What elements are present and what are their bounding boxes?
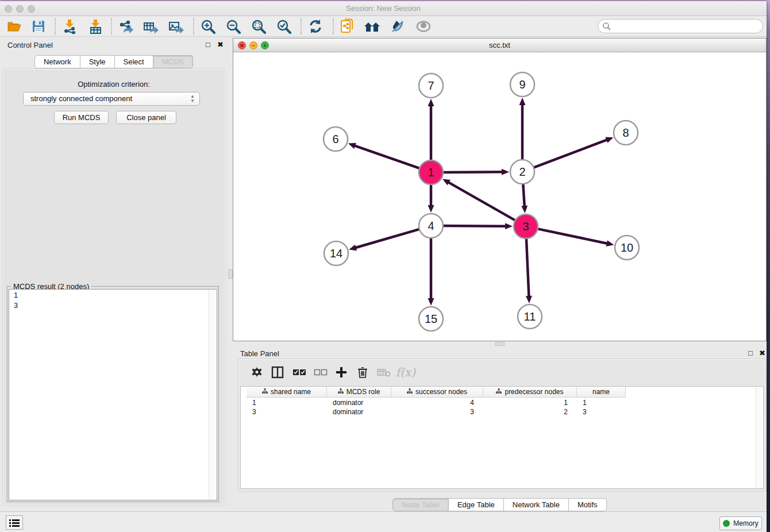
- control-panel-title: Control Panel: [7, 41, 53, 49]
- edge-3-10[interactable]: [537, 229, 609, 244]
- edge-3-11[interactable]: [526, 237, 529, 298]
- edge-2-8[interactable]: [533, 140, 608, 168]
- close-panel-icon[interactable]: ✖: [217, 40, 224, 49]
- network-frame-titlebar[interactable]: ✕ – + scc.txt: [233, 38, 766, 52]
- column-type-icon: [407, 388, 413, 396]
- node-label-11: 11: [524, 310, 536, 323]
- main-area: Control Panel □ ✖ NetworkStyleSelectMCDS…: [0, 37, 767, 511]
- tab-edge-table[interactable]: Edge Table: [449, 498, 504, 511]
- deselect-all-icon[interactable]: [312, 364, 329, 381]
- zoom-in-icon[interactable]: [198, 18, 218, 35]
- node-label-6: 6: [332, 133, 338, 145]
- open-session-icon[interactable]: [5, 18, 24, 35]
- show-hide-eye-icon[interactable]: [414, 18, 433, 35]
- tab-select[interactable]: Select: [115, 55, 153, 68]
- node-label-8: 8: [622, 126, 629, 139]
- table-float-icon[interactable]: □: [748, 349, 753, 357]
- tab-node-table[interactable]: Node Table: [392, 498, 449, 511]
- table-cell[interactable]: dominator: [327, 398, 391, 407]
- column-header-shared-name[interactable]: shared name: [247, 387, 327, 398]
- settings-gear-icon[interactable]: [248, 364, 265, 381]
- delete-column-icon[interactable]: [354, 364, 371, 381]
- edge-4-14[interactable]: [355, 229, 421, 248]
- column-label: successor nodes: [415, 388, 467, 396]
- table-tabs: Node TableEdge TableNetwork TableMotifs: [233, 498, 767, 511]
- delete-table-disabled-icon: [375, 364, 392, 381]
- result-line: 3: [9, 300, 217, 310]
- table-cell[interactable]: 1: [483, 398, 577, 407]
- app-titlebar: Session: New Session: [0, 1, 767, 16]
- select-all-checked-icon[interactable]: [291, 364, 308, 381]
- node-label-10: 10: [621, 241, 633, 254]
- optimization-criterion-label: Optimization criterion:: [0, 80, 228, 88]
- tab-network[interactable]: Network: [34, 55, 80, 68]
- zoom-fit-icon[interactable]: [249, 18, 268, 35]
- edge-2-3[interactable]: [523, 183, 525, 207]
- add-column-icon[interactable]: [333, 364, 350, 381]
- edge-arrowhead: [428, 298, 434, 306]
- zoom-selected-icon[interactable]: [274, 18, 294, 35]
- function-builder-disabled-icon: f(x): [397, 364, 414, 381]
- column-layout-icon[interactable]: [269, 364, 286, 381]
- table-cell[interactable]: 3: [391, 407, 483, 417]
- import-network-icon[interactable]: [60, 18, 79, 35]
- mcds-result-list[interactable]: 13: [9, 289, 217, 500]
- table-close-icon[interactable]: ✖: [759, 349, 765, 357]
- memory-button[interactable]: Memory: [719, 516, 762, 530]
- select-stepper-icon: ▲▼: [189, 94, 196, 104]
- vertical-split-grabber[interactable]: [228, 269, 233, 279]
- export-network-icon[interactable]: [116, 18, 136, 35]
- tab-style[interactable]: Style: [80, 55, 115, 68]
- table-cell[interactable]: 1: [577, 398, 626, 407]
- table-cell[interactable]: 4: [391, 398, 483, 407]
- table-cell[interactable]: 1: [247, 398, 327, 407]
- tab-network-table[interactable]: Network Table: [504, 498, 569, 511]
- column-label: shared name: [271, 388, 311, 396]
- first-neighbors-icon[interactable]: [363, 18, 382, 35]
- column-header-name[interactable]: name: [577, 387, 626, 398]
- column-header-MCDS-role[interactable]: MCDS role: [327, 387, 391, 398]
- criterion-select[interactable]: strongly connected component ▲▼: [23, 92, 200, 106]
- edge-arrowhead: [606, 240, 614, 246]
- run-mcds-button[interactable]: Run MCDS: [54, 111, 109, 124]
- zoom-out-icon[interactable]: [224, 18, 243, 35]
- tab-mcds[interactable]: MCDS: [153, 55, 193, 68]
- edge-arrowhead: [502, 169, 509, 175]
- export-image-icon[interactable]: [167, 18, 186, 35]
- edge-3-1[interactable]: [448, 182, 517, 221]
- edge-arrowhead: [526, 296, 532, 303]
- edge-1-2[interactable]: [442, 172, 503, 172]
- save-session-icon[interactable]: [29, 18, 48, 35]
- node-label-7: 7: [428, 79, 434, 92]
- table-cell[interactable]: 2: [483, 407, 577, 417]
- memory-status-icon: [723, 520, 730, 527]
- node-label-14: 14: [330, 247, 342, 260]
- graphics-details-icon[interactable]: [388, 18, 407, 35]
- float-panel-icon[interactable]: □: [206, 40, 210, 49]
- table-scrollbar[interactable]: [756, 387, 763, 488]
- table-cell[interactable]: dominator: [327, 407, 391, 417]
- node-label-1: 1: [428, 166, 434, 179]
- task-history-button[interactable]: [6, 515, 23, 530]
- import-table-icon[interactable]: [86, 18, 105, 35]
- edge-4-3[interactable]: [442, 226, 507, 226]
- export-table-icon[interactable]: [141, 18, 161, 35]
- clone-network-icon[interactable]: [338, 18, 357, 35]
- tab-motifs[interactable]: Motifs: [569, 498, 607, 511]
- edge-1-6[interactable]: [353, 145, 421, 169]
- search-input[interactable]: [613, 21, 757, 32]
- status-bar: Memory: [0, 511, 767, 532]
- column-header-predecessor-nodes[interactable]: predecessor nodes: [483, 387, 577, 398]
- search-field[interactable]: [598, 19, 763, 33]
- table-cell[interactable]: 3: [247, 407, 327, 417]
- table-cell[interactable]: 3: [577, 407, 626, 417]
- column-header-successor-nodes[interactable]: successor nodes: [391, 387, 483, 398]
- refresh-icon[interactable]: [306, 18, 325, 35]
- network-canvas[interactable]: 7968124314101511: [233, 52, 766, 341]
- table-panel-title: Table Panel: [240, 349, 279, 358]
- result-scrollbar[interactable]: [209, 290, 216, 499]
- node-label-4: 4: [428, 219, 434, 232]
- close-panel-button[interactable]: Close panel: [116, 111, 176, 124]
- edge-arrowhead: [521, 206, 528, 213]
- node-label-2: 2: [519, 165, 525, 178]
